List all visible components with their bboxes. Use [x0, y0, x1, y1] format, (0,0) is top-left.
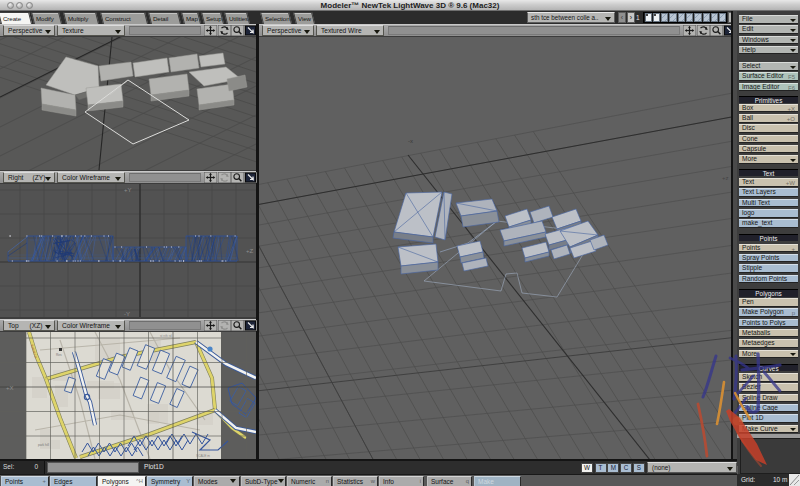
svg-text:+z: +z — [722, 175, 729, 181]
svg-text:SCALE m: SCALE m — [196, 454, 210, 458]
svg-text:Res: Res — [56, 353, 62, 357]
svg-text:st nth rd: st nth rd — [160, 334, 172, 338]
svg-text:-x: -x — [408, 138, 413, 144]
svg-text:-Y: -Y — [124, 311, 130, 317]
svg-text:+Y: +Y — [124, 187, 132, 193]
svg-text:park hill: park hill — [38, 443, 49, 447]
svg-text:+Z: +Z — [246, 248, 254, 254]
svg-text:+X: +X — [6, 385, 14, 391]
